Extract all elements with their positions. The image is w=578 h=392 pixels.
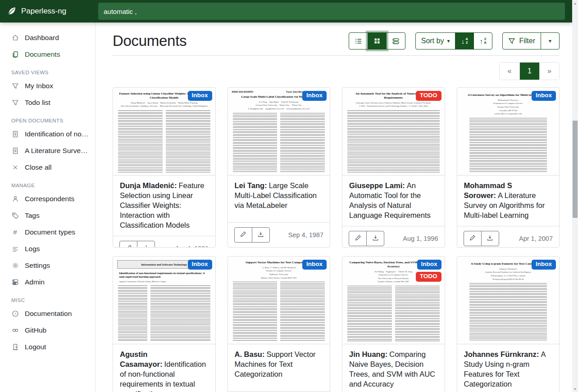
document-card-body[interactable]: Jin HuangComparing Naive Bayes, Decision… <box>342 344 445 392</box>
download-document-button[interactable] <box>481 231 499 246</box>
document-thumbnail[interactable]: WWW 2009 MADRID! Track: Data Mining / Se… <box>228 88 330 176</box>
edit-document-button[interactable] <box>464 231 482 246</box>
pagination-page-1[interactable]: 1 <box>519 63 539 80</box>
filter-button[interactable]: Filter <box>502 32 541 50</box>
sort-ascending-button[interactable]: ↑ ZA <box>473 32 492 50</box>
sidebar-item-tags[interactable]: Tags <box>0 207 95 224</box>
download-document-button[interactable] <box>252 227 270 243</box>
thumbnail-text-body <box>118 110 210 172</box>
sidebar-item-correspondents[interactable]: Correspondents <box>0 190 95 207</box>
sidebar-item-documentation[interactable]: ? Documentation <box>0 305 95 322</box>
sort-descending-button[interactable]: ↓ AZ <box>455 32 474 50</box>
tag-badge[interactable]: Inbox <box>302 91 327 101</box>
app-brand[interactable]: Paperless-ng <box>0 6 96 16</box>
download-icon <box>143 244 150 248</box>
document-thumbnail[interactable]: Information and Software Technology Iden… <box>113 257 215 344</box>
document-thumbnail[interactable]: Feature Selection using Linear Classifie… <box>113 88 215 176</box>
download-document-button[interactable] <box>137 241 155 248</box>
sidebar-item-documents[interactable]: Documents <box>0 46 95 63</box>
sidebar-item-close-all[interactable]: Close all <box>0 159 95 176</box>
document-card-body[interactable]: A. BasuSupport Vector Machines for Text … <box>228 344 330 391</box>
sidebar-item-todo-list[interactable]: Todo list <box>0 94 95 111</box>
sidebar-item-logs[interactable]: Logs <box>0 240 95 257</box>
thumbnail-paper-title: Identification of non-functional require… <box>119 271 209 279</box>
sidebar-item-document-types[interactable]: # Document types <box>0 224 95 240</box>
sort-by-dropdown-button[interactable]: Sort by ▾ <box>415 32 456 50</box>
edit-document-button[interactable] <box>119 241 137 248</box>
sidebar-item-my-inbox[interactable]: My Inbox <box>0 77 95 94</box>
document-tags: InboxTODO <box>416 260 441 282</box>
tag-badge[interactable]: Inbox <box>302 260 327 270</box>
list-view-icon <box>355 37 362 45</box>
sidebar-item-github[interactable]: GitHub <box>0 322 95 338</box>
sidebar-heading-misc: MISC <box>0 290 95 305</box>
tag-badge[interactable]: Inbox <box>532 91 556 101</box>
tag-badge[interactable]: TODO <box>416 91 441 101</box>
tag-badge[interactable]: Inbox <box>188 260 212 270</box>
download-icon <box>257 231 264 239</box>
document-thumbnail[interactable]: An Automatic Tool for the Analysis of Na… <box>342 88 445 176</box>
pencil-icon <box>469 234 476 243</box>
download-document-button[interactable] <box>366 231 384 246</box>
sidebar-item-open-doc-2[interactable]: A Literature Survey on ... <box>0 142 95 159</box>
filter-dropdown-button[interactable]: ▾ <box>541 32 560 50</box>
document-card[interactable]: An Automatic Tool for the Analysis of Na… <box>342 87 445 248</box>
sidebar-item-logout[interactable]: Logout <box>0 338 95 355</box>
pencil-icon <box>355 234 361 243</box>
document-card-body[interactable]: Agustin CasamayorIdentification of non-f… <box>113 344 215 392</box>
view-mode-group <box>349 32 405 50</box>
document-card[interactable]: Feature Selection using Linear Classifie… <box>113 87 216 248</box>
question-circle-icon: ? <box>11 310 19 317</box>
stacked-cards-icon <box>392 37 400 45</box>
sidebar-item-admin[interactable]: Admin <box>0 274 95 290</box>
document-correspondent: Agustin Casamayor <box>120 350 162 368</box>
grid-view-icon <box>373 37 381 45</box>
thumbnail-text-lines <box>469 118 547 172</box>
document-card-body[interactable]: Lei TangLarge Scale Multi-Label Classifi… <box>228 176 330 222</box>
tag-badge[interactable]: Inbox <box>417 260 441 270</box>
tag-badge[interactable]: TODO <box>416 272 441 282</box>
view-small-cards-button[interactable] <box>368 32 387 50</box>
scrollbar-thumb[interactable] <box>573 121 578 218</box>
document-thumbnail[interactable]: Support Vector Machines for Text Categor… <box>228 257 330 344</box>
document-card[interactable]: A Study Using n-gram Features for Text C… <box>457 256 560 392</box>
door-logout-icon <box>11 343 19 351</box>
edit-document-button[interactable] <box>349 231 367 246</box>
document-card[interactable]: Support Vector Machines for Text Categor… <box>228 256 331 392</box>
scrollbar-up-arrow[interactable]: ▲ <box>572 0 578 6</box>
page-scrollbar[interactable]: ▲ ▼ <box>572 0 578 392</box>
document-card-body[interactable]: Giuseppe LamiAn Automatic Tool for the A… <box>342 176 445 226</box>
home-icon <box>11 34 19 41</box>
document-card[interactable]: WWW 2009 MADRID! Track: Data Mining / Se… <box>228 87 331 248</box>
document-card-body[interactable]: Dunja MladenićFeature Selection using Li… <box>113 176 215 236</box>
sidebar-item-open-doc-1[interactable]: Identification of non-fu... <box>0 126 95 142</box>
document-thumbnail[interactable]: Comparing Naive Bayes, Decision Trees, a… <box>342 257 445 344</box>
view-details-button[interactable] <box>349 32 368 50</box>
sort-alpha-ascending-icon: ↑ ZA <box>480 37 487 45</box>
tag-badge[interactable]: Inbox <box>188 91 212 101</box>
caret-down-icon: ▾ <box>447 38 450 44</box>
edit-document-button[interactable] <box>234 227 252 243</box>
pagination-previous[interactable]: « <box>500 63 519 80</box>
sidebar-item-dashboard[interactable]: Dashboard <box>0 29 95 46</box>
search-input[interactable]: automatic , <box>98 3 565 20</box>
document-card[interactable]: A Literature Survey on Algorithms for Mu… <box>457 87 560 248</box>
view-large-cards-button[interactable] <box>386 32 405 50</box>
document-card-body[interactable]: Johannes FürnkranzA Study Using n-gram F… <box>457 344 560 392</box>
svg-text:?: ? <box>14 312 16 316</box>
document-card-body[interactable]: Mohammad S SorowerA Literature Survey on… <box>457 176 560 226</box>
sidebar-item-label: Document types <box>25 228 75 236</box>
document-thumbnail[interactable]: A Literature Survey on Algorithms for Mu… <box>457 88 560 176</box>
scrollbar-down-arrow[interactable]: ▼ <box>572 386 578 392</box>
document-thumbnail[interactable]: A Study Using n-gram Features for Text C… <box>457 257 560 344</box>
paperless-app: Paperless-ng automatic , Dashboard Docum… <box>0 0 578 392</box>
pencil-icon <box>240 231 246 239</box>
thumbnail-text-lines <box>280 113 325 172</box>
document-tags: Inbox <box>188 91 212 101</box>
tag-badge[interactable]: Inbox <box>532 260 556 270</box>
document-card[interactable]: Comparing Naive Bayes, Decision Trees, a… <box>342 256 445 392</box>
pagination-next[interactable]: » <box>539 63 559 80</box>
documents-files-icon <box>11 50 19 58</box>
sidebar-item-settings[interactable]: Settings <box>0 257 95 274</box>
document-card[interactable]: Information and Software Technology Iden… <box>113 256 216 392</box>
